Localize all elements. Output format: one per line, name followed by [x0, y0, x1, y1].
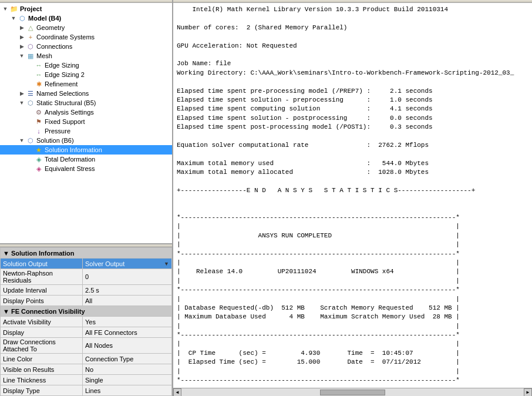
left-panel: ▼📁Project▼⬡Model (B4)▶△Geometry▶+Coordin…	[0, 0, 173, 396]
details-cell-label: Line Color	[1, 354, 83, 364]
tree-label-geometry: Geometry	[36, 24, 65, 31]
tree-item-connections[interactable]: ▶⬡Connections	[0, 42, 172, 51]
tree-label-analysis: Analysis Settings	[45, 109, 94, 116]
details-row[interactable]: Line ColorConnection Type	[1, 354, 172, 364]
tree-label-coordinate: Coordinate Systems	[36, 33, 95, 41]
details-cell-label: Visible on Results	[1, 364, 83, 375]
tree-item-project[interactable]: ▼📁Project	[0, 4, 172, 14]
scroll-track[interactable]	[190, 390, 516, 395]
details-cell-label: Display Type	[1, 385, 83, 396]
details-cell-value: All FE Connectors	[83, 327, 172, 338]
scroll-left-btn[interactable]: ◀	[173, 388, 181, 397]
details-row[interactable]: Visible on ResultsNo	[1, 364, 172, 375]
details-cell-value: No	[83, 364, 172, 375]
outline-area: ▼📁Project▼⬡Model (B4)▶△Geometry▶+Coordin…	[0, 3, 172, 243]
details-row[interactable]: DisplayAll FE Connectors	[1, 327, 172, 338]
tree-label-pressure: Pressure	[45, 127, 70, 135]
tree-expander[interactable]: ▶	[18, 90, 26, 96]
tree-label-named: Named Selections	[36, 90, 89, 97]
tree-label-refine: Refinement	[45, 80, 78, 88]
tree-icon-static: ⬡	[26, 99, 35, 107]
scroll-right-btn[interactable]: ▶	[524, 388, 532, 397]
tree-item-model[interactable]: ▼⬡Model (B4)	[0, 14, 172, 23]
details-cell-value[interactable]: Solver Output▼	[83, 259, 172, 269]
tree-icon-project: 📁	[9, 5, 19, 13]
tree-item-named[interactable]: ▶☰Named Selections	[0, 89, 172, 98]
tree-item-solinfo[interactable]: ★Solution Information	[0, 145, 172, 155]
tree-label-model: Model (B4)	[28, 15, 61, 22]
tree-item-mesh[interactable]: ▼▦Mesh	[0, 51, 172, 61]
tree-label-edge2: Edge Sizing 2	[45, 71, 85, 78]
details-panel: ▼ Solution InformationSolution OutputSol…	[0, 243, 172, 396]
tree-icon-support: ⚑	[34, 118, 43, 126]
tree-icon-edge2: ↔	[34, 71, 43, 79]
worksheet-content: Intel(R) Math Kernel Library Version 10.…	[173, 3, 532, 388]
details-cell-label: Display	[1, 327, 83, 338]
details-row[interactable]: Newton-Raphson Residuals0	[1, 269, 172, 285]
tree-item-refine[interactable]: ✱Refinement	[0, 79, 172, 89]
details-cell-label: Newton-Raphson Residuals	[1, 269, 83, 285]
tree-item-pressure[interactable]: ↓Pressure	[0, 126, 172, 136]
details-row[interactable]: Display PointsAll	[1, 296, 172, 306]
details-row[interactable]: Activate VisibilityYes	[1, 317, 172, 327]
tree-label-deform: Total Deformation	[45, 156, 95, 163]
tree-item-deform[interactable]: ◈Total Deformation	[0, 155, 172, 164]
details-row[interactable]: Update Interval2.5 s	[1, 285, 172, 296]
tree-item-coordinate[interactable]: ▶+Coordinate Systems	[0, 32, 172, 42]
details-row[interactable]: Solution OutputSolver Output▼	[1, 259, 172, 269]
details-cell-value: 2.5 s	[83, 285, 172, 296]
section-header-sol-info: ▼ Solution Information	[1, 248, 172, 259]
horizontal-scrollbar[interactable]: ◀ ▶	[173, 388, 532, 396]
tree-expander[interactable]: ▼	[18, 53, 26, 59]
tree-container: ▼📁Project▼⬡Model (B4)▶△Geometry▶+Coordin…	[0, 3, 172, 243]
tree-expander[interactable]: ▼	[18, 100, 26, 106]
details-cell-value: Single	[83, 375, 172, 385]
tree-label-static: Static Structural (B5)	[36, 99, 96, 106]
tree-expander[interactable]: ▼	[9, 15, 18, 21]
tree-expander[interactable]: ▶	[18, 25, 26, 31]
tree-item-support[interactable]: ⚑Fixed Support	[0, 117, 172, 126]
tree-icon-geometry: △	[26, 24, 35, 32]
tree-icon-solinfo: ★	[34, 146, 43, 154]
details-row[interactable]: Line ThicknessSingle	[1, 375, 172, 385]
tree-item-stress[interactable]: ◈Equivalent Stress	[0, 164, 172, 173]
tree-expander[interactable]: ▶	[18, 43, 26, 49]
tree-icon-stress: ◈	[34, 165, 43, 173]
details-cell-value: 0	[83, 269, 172, 285]
tree-icon-coordinate: +	[26, 33, 35, 41]
details-cell-label: Update Interval	[1, 285, 83, 296]
section-header-fe: ▼ FE Connection Visibility	[1, 306, 172, 317]
tree-label-mesh: Mesh	[36, 52, 52, 59]
details-cell-value: All	[83, 296, 172, 306]
tree-expander[interactable]: ▶	[18, 34, 26, 40]
details-row[interactable]: Draw Connections Attached ToAll Nodes	[1, 338, 172, 354]
details-cell-value: Connection Type	[83, 354, 172, 364]
details-section-sol-info: ▼ Solution Information	[1, 248, 172, 259]
tree-item-analysis[interactable]: ⚙Analysis Settings	[0, 108, 172, 117]
tree-icon-edge1: ↔	[34, 61, 43, 69]
right-panel: Intel(R) Math Kernel Library Version 10.…	[173, 0, 532, 396]
tree-label-connections: Connections	[36, 43, 72, 50]
tree-expander[interactable]: ▼	[1, 6, 9, 12]
details-cell-label: Solution Output	[1, 259, 83, 269]
tree-icon-solution: ⬡	[26, 136, 35, 145]
tree-item-static[interactable]: ▼⬡Static Structural (B5)	[0, 98, 172, 108]
details-row[interactable]: Display TypeLines	[1, 385, 172, 396]
tree-icon-analysis: ⚙	[34, 108, 43, 116]
details-cell-value: All Nodes	[83, 338, 172, 354]
details-cell-value: Yes	[83, 317, 172, 327]
tree-label-project: Project	[20, 5, 42, 12]
tree-item-geometry[interactable]: ▶△Geometry	[0, 23, 172, 32]
scroll-thumb[interactable]	[320, 390, 385, 395]
tree-label-support: Fixed Support	[45, 118, 85, 125]
tree-icon-pressure: ↓	[34, 127, 43, 135]
tree-icon-deform: ◈	[34, 155, 43, 163]
tree-expander[interactable]: ▼	[18, 137, 26, 143]
tree-icon-refine: ✱	[34, 80, 43, 88]
details-cell-label: Line Thickness	[1, 375, 83, 385]
tree-item-edge1[interactable]: ↔Edge Sizing	[0, 61, 172, 70]
tree-item-solution[interactable]: ▼⬡Solution (B6)	[0, 136, 172, 145]
tree-item-edge2[interactable]: ↔Edge Sizing 2	[0, 70, 172, 79]
details-table: ▼ Solution InformationSolution OutputSol…	[0, 247, 172, 396]
tree-icon-named: ☰	[26, 89, 35, 98]
